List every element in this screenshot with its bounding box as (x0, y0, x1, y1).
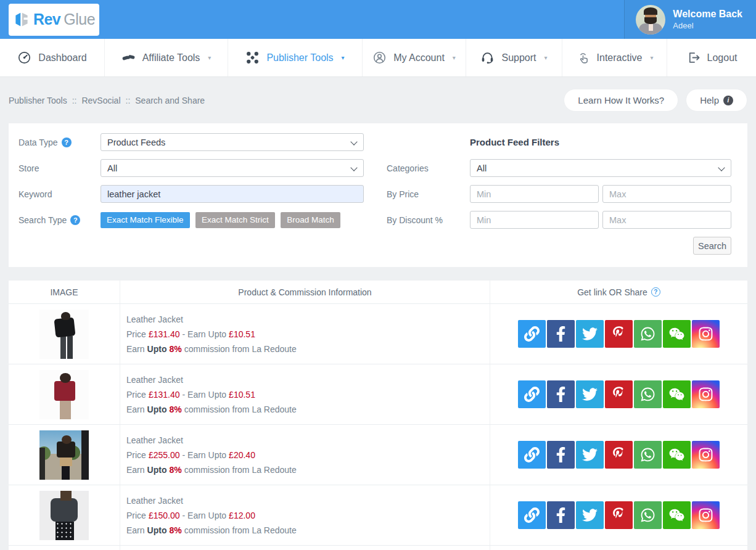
product-title: Leather Jacket (126, 435, 183, 445)
chevron-down-icon (350, 164, 357, 171)
nav-item-support[interactable]: Support ▾ (466, 39, 562, 76)
whatsapp-icon[interactable] (634, 441, 662, 469)
broad-match-button[interactable]: Broad Match (281, 212, 340, 228)
data-type-select[interactable]: Product Feeds (101, 133, 364, 151)
logout-door-icon (686, 51, 701, 65)
pinterest-icon[interactable] (605, 501, 633, 529)
breadcrumb-separator: :: (126, 96, 131, 105)
copy-link-icon[interactable] (518, 441, 546, 469)
facebook-icon[interactable] (547, 501, 575, 529)
help-label: Help (700, 95, 719, 105)
store-select[interactable]: All (101, 159, 364, 177)
twitter-icon[interactable] (576, 380, 604, 408)
copy-link-icon[interactable] (518, 380, 546, 408)
learn-how-it-works-button[interactable]: Learn How It Works? (564, 89, 678, 112)
price-value: £150.00 (149, 511, 180, 520)
discount-min-input[interactable] (470, 211, 599, 229)
revglue-logo[interactable]: RevGlue (9, 4, 99, 36)
question-icon[interactable]: ? (70, 215, 80, 225)
user-menu[interactable]: Welcome Back Adeel (624, 0, 756, 39)
by-discount-label: By Discount % (387, 215, 470, 225)
product-image (39, 370, 89, 419)
product-feed-filters-title: Product Feed Filters (470, 133, 731, 151)
exact-match-strict-button[interactable]: Exact Match Strict (195, 212, 275, 228)
nav-item-publisher-tools[interactable]: Publisher Tools ▾ (228, 39, 363, 76)
wechat-icon[interactable] (663, 320, 691, 348)
nav-item-affiliate-tools[interactable]: Affiliate Tools ▾ (105, 39, 228, 76)
commission-line: EarnUpto8%commission from La Redoute (126, 525, 297, 535)
nav-label: Dashboard (38, 52, 86, 64)
whatsapp-icon[interactable] (634, 320, 662, 348)
pinterest-icon[interactable] (605, 380, 633, 408)
keyword-label: Keyword (18, 189, 101, 199)
twitter-icon[interactable] (576, 320, 604, 348)
price-max-input[interactable] (602, 185, 731, 203)
nav-item-my-account[interactable]: My Account ▾ (363, 39, 466, 76)
exact-match-flexible-button[interactable]: Exact Match Flexible (101, 212, 190, 228)
main-nav: Dashboard Affiliate Tools ▾ Publisher To… (0, 39, 756, 77)
data-type-value: Product Feeds (107, 138, 165, 147)
nav-label: Affiliate Tools (142, 52, 200, 64)
keyword-input[interactable] (101, 185, 364, 203)
help-button[interactable]: Helpi (686, 89, 747, 112)
price-min-input[interactable] (470, 185, 599, 203)
copy-link-icon[interactable] (518, 501, 546, 529)
column-header-product-info: Product & Commission Information (120, 281, 490, 303)
chevron-down-icon: ▾ (342, 54, 345, 61)
copy-link-icon[interactable] (518, 320, 546, 348)
modules-icon (245, 51, 260, 65)
earn-value: £10.51 (229, 329, 255, 339)
learn-label: Learn How It Works? (578, 95, 664, 105)
app-header: RevGlue Welcome Back Adeel (0, 0, 756, 39)
facebook-icon[interactable] (547, 380, 575, 408)
breadcrumb-revsocial[interactable]: RevSocial (81, 96, 120, 105)
wechat-icon[interactable] (663, 380, 691, 408)
twitter-icon[interactable] (576, 501, 604, 529)
avatar (636, 5, 665, 35)
table-row: Leather Jacket Price£150.00- Earn Upto£1… (9, 485, 747, 546)
logo-text-secondary: Glue (64, 10, 95, 28)
product-image (39, 430, 89, 480)
wechat-icon[interactable] (663, 501, 691, 529)
search-type-label: Search Type? (18, 215, 101, 225)
product-price-line: Price£131.40- Earn Upto£10.51 (126, 329, 255, 339)
price-value: £255.00 (149, 450, 180, 460)
categories-value: All (477, 163, 487, 173)
whatsapp-icon[interactable] (634, 380, 662, 408)
instagram-icon[interactable] (692, 380, 720, 408)
store-label: Store (18, 163, 101, 173)
product-image (39, 491, 89, 540)
revglue-g-cube-icon (13, 10, 30, 29)
nav-item-interactive[interactable]: Interactive ▾ (562, 39, 667, 76)
pinterest-icon[interactable] (605, 441, 633, 469)
instagram-icon[interactable] (692, 320, 720, 348)
chevron-down-icon (350, 138, 357, 145)
discount-max-input[interactable] (602, 211, 731, 229)
nav-item-dashboard[interactable]: Dashboard (0, 39, 105, 76)
breadcrumb-publisher-tools[interactable]: Publisher Tools (9, 96, 67, 105)
product-price-line: Price£255.00- Earn Upto£20.40 (126, 450, 255, 460)
question-icon[interactable]: ? (62, 138, 72, 147)
instagram-icon[interactable] (692, 501, 720, 529)
chevron-down-icon (718, 164, 725, 171)
pinterest-icon[interactable] (605, 320, 633, 348)
nav-item-logout[interactable]: Logout (667, 39, 756, 76)
facebook-icon[interactable] (547, 320, 575, 348)
instagram-icon[interactable] (692, 441, 720, 469)
wechat-icon[interactable] (663, 441, 691, 469)
breadcrumb-bar: Publisher Tools :: RevSocial :: Search a… (0, 77, 756, 123)
whatsapp-icon[interactable] (634, 501, 662, 529)
commission-line: EarnUpto8%commission from La Redoute (126, 404, 297, 414)
facebook-icon[interactable] (547, 441, 575, 469)
commission-percent: 8% (169, 465, 181, 475)
data-type-label: Data Type? (18, 138, 101, 147)
chevron-down-icon: ▾ (453, 54, 456, 61)
twitter-icon[interactable] (576, 441, 604, 469)
search-button[interactable]: Search (693, 237, 731, 255)
column-header-share: Get link OR Share? (490, 281, 747, 303)
question-icon[interactable]: ? (651, 287, 660, 297)
product-price-line: Price£131.40- Earn Upto£10.51 (126, 390, 255, 400)
categories-select[interactable]: All (470, 159, 731, 177)
earn-value: £12.00 (229, 511, 255, 520)
commission-percent: 8% (169, 344, 181, 354)
